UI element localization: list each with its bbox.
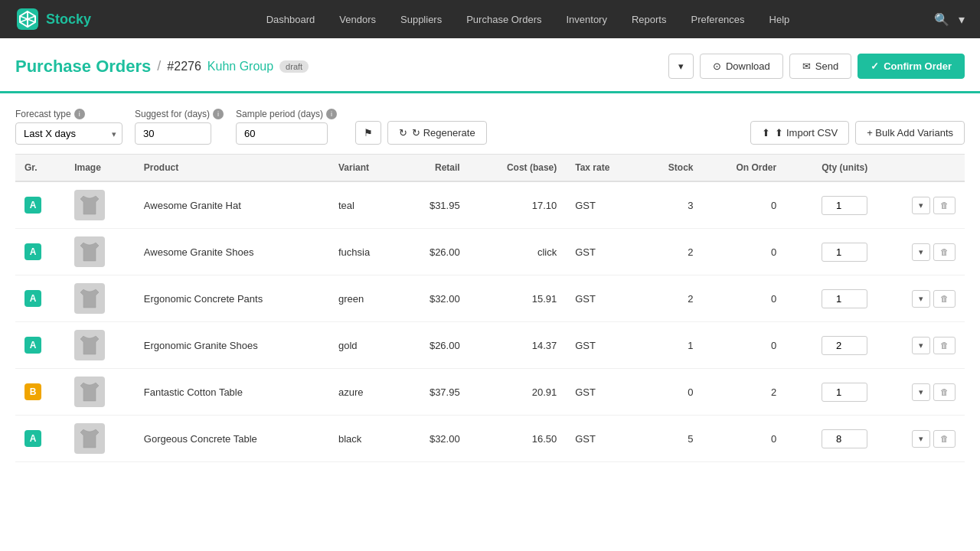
- row-delete-button[interactable]: 🗑: [933, 430, 956, 448]
- table-row: A Ergonomic Concrete Pants green $32.00 …: [15, 276, 965, 322]
- nav-caret-icon[interactable]: ▾: [959, 12, 965, 27]
- nav-right: 🔍 ▾: [934, 12, 965, 27]
- cell-grade: A: [15, 322, 65, 369]
- download-icon: ⊙: [713, 60, 721, 72]
- sample-period-info-icon[interactable]: i: [326, 109, 337, 119]
- cell-stock: 1: [641, 322, 702, 369]
- tshirt-icon: [76, 238, 103, 266]
- row-delete-button[interactable]: 🗑: [933, 290, 956, 308]
- cell-product: Gorgeous Concrete Table: [135, 416, 329, 462]
- qty-input[interactable]: [822, 336, 867, 355]
- cell-qty[interactable]: [786, 369, 877, 416]
- product-image: [74, 236, 105, 267]
- forecast-type-info-icon[interactable]: i: [74, 109, 85, 119]
- download-button[interactable]: ⊙ Download: [700, 54, 783, 79]
- forecast-type-group: Forecast type i Last X days Daily averag…: [15, 109, 122, 145]
- nav-inventory[interactable]: Inventory: [554, 0, 619, 38]
- import-csv-button[interactable]: ⬆ ⬆ Import CSV: [750, 121, 849, 145]
- cell-cost: 16.50: [469, 416, 567, 462]
- row-dropdown-button[interactable]: ▾: [912, 383, 930, 401]
- row-dropdown-button[interactable]: ▾: [912, 430, 930, 448]
- row-dropdown-button[interactable]: ▾: [912, 243, 930, 261]
- qty-input[interactable]: [822, 429, 867, 448]
- send-button[interactable]: ✉ Send: [789, 54, 851, 79]
- regenerate-button[interactable]: ↻ ↻ Regenerate: [387, 121, 487, 145]
- grade-badge: A: [24, 197, 41, 214]
- suggest-days-info-icon[interactable]: i: [213, 109, 224, 119]
- row-dropdown-button[interactable]: ▾: [912, 290, 930, 308]
- table-container: Gr. Image Product Variant Retail Cost (b…: [0, 154, 980, 478]
- nav-dashboard[interactable]: Dashboard: [254, 0, 328, 38]
- confirm-order-button[interactable]: ✓ Confirm Order: [858, 54, 965, 79]
- col-header-product: Product: [135, 155, 329, 182]
- cell-variant: black: [329, 416, 400, 462]
- cell-on-order: 0: [703, 322, 786, 369]
- row-dropdown-button[interactable]: ▾: [912, 337, 930, 354]
- cell-grade: A: [15, 181, 65, 229]
- nav-preferences[interactable]: Preferences: [678, 0, 756, 38]
- col-header-tax-rate: Tax rate: [566, 155, 641, 182]
- cell-qty[interactable]: [786, 229, 877, 276]
- filter-icon: ⚑: [364, 127, 373, 139]
- purchase-order-table: Gr. Image Product Variant Retail Cost (b…: [15, 154, 965, 462]
- logo[interactable]: Stocky: [15, 7, 91, 31]
- cell-qty[interactable]: [786, 416, 877, 462]
- cell-on-order: 0: [703, 416, 786, 462]
- col-header-grade: Gr.: [15, 155, 65, 182]
- cell-qty[interactable]: [786, 181, 877, 229]
- nav-suppliers[interactable]: Suppliers: [388, 0, 454, 38]
- col-header-actions: [877, 155, 965, 182]
- cell-product: Ergonomic Concrete Pants: [135, 276, 329, 322]
- qty-input[interactable]: [822, 383, 867, 402]
- qty-input[interactable]: [822, 289, 867, 308]
- cell-retail: $26.00: [400, 229, 469, 276]
- qty-input[interactable]: [822, 243, 867, 262]
- upload-icon: ⬆: [762, 127, 770, 139]
- nav-reports[interactable]: Reports: [619, 0, 679, 38]
- forecast-type-select[interactable]: Last X days Daily average Weekly average: [15, 122, 122, 145]
- suggest-days-input[interactable]: [135, 122, 211, 145]
- product-image: [74, 330, 105, 360]
- filter-button[interactable]: ⚑: [355, 121, 381, 145]
- nav-vendors[interactable]: Vendors: [327, 0, 388, 38]
- row-delete-button[interactable]: 🗑: [933, 383, 956, 401]
- sample-period-input[interactable]: [236, 122, 328, 145]
- cell-stock: 0: [641, 369, 702, 416]
- search-icon[interactable]: 🔍: [934, 12, 949, 27]
- cell-product: Ergonomic Granite Shoes: [135, 322, 329, 369]
- cell-retail: $32.00: [400, 416, 469, 462]
- tshirt-icon: [76, 331, 103, 359]
- cell-row-actions: ▾ 🗑: [877, 181, 965, 229]
- chevron-down-icon: ▾: [678, 60, 684, 72]
- nav-purchase-orders[interactable]: Purchase Orders: [454, 0, 554, 38]
- cell-qty[interactable]: [786, 276, 877, 322]
- cell-variant: fuchsia: [329, 229, 400, 276]
- col-header-retail: Retail: [400, 155, 469, 182]
- cell-image: [65, 416, 135, 462]
- navbar: Stocky Dashboard Vendors Suppliers Purch…: [0, 0, 980, 38]
- row-dropdown-button[interactable]: ▾: [912, 197, 930, 214]
- cell-cost: 14.37: [469, 322, 567, 369]
- table-body: A Awesome Granite Hat teal $31.95 17.10 …: [15, 181, 965, 462]
- cell-product: Awesome Granite Shoes: [135, 229, 329, 276]
- breadcrumb-purchase-orders[interactable]: Purchase Orders: [15, 57, 151, 77]
- cell-on-order: 2: [703, 369, 786, 416]
- bulk-add-variants-button[interactable]: + Bulk Add Variants: [855, 121, 965, 145]
- nav-help[interactable]: Help: [757, 0, 802, 38]
- cell-cost: 17.10: [469, 181, 567, 229]
- cell-tax-rate: GST: [566, 276, 641, 322]
- cell-grade: A: [15, 416, 65, 462]
- suggest-days-label: Suggest for (days) i: [135, 109, 224, 119]
- header-actions: ▾ ⊙ Download ✉ Send ✓ Confirm Order: [668, 54, 965, 79]
- row-delete-button[interactable]: 🗑: [933, 243, 956, 261]
- row-delete-button[interactable]: 🗑: [933, 337, 956, 354]
- grade-badge: A: [24, 243, 41, 260]
- qty-input[interactable]: [822, 196, 867, 215]
- row-delete-button[interactable]: 🗑: [933, 197, 956, 214]
- table-row: A Awesome Granite Hat teal $31.95 17.10 …: [15, 181, 965, 229]
- col-header-cost: Cost (base): [469, 155, 567, 182]
- more-options-button[interactable]: ▾: [668, 54, 694, 79]
- forecast-type-label: Forecast type i: [15, 109, 122, 119]
- cell-qty[interactable]: [786, 322, 877, 369]
- breadcrumb-supplier[interactable]: Kuhn Group: [207, 60, 273, 73]
